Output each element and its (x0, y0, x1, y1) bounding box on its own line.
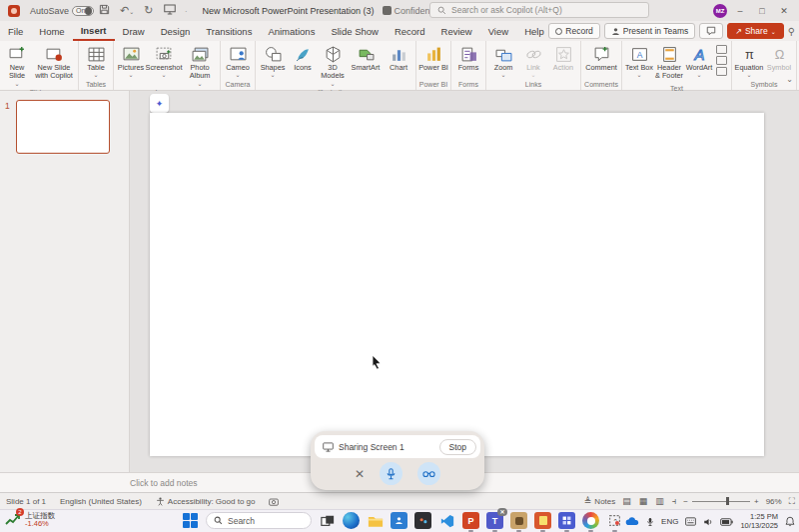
forms-button[interactable]: Forms (453, 43, 483, 72)
new-slide-button[interactable]: New Slide⌄ (2, 43, 32, 88)
fit-slide-icon[interactable]: ⛶ (789, 496, 795, 507)
slide-sorter-icon[interactable]: ▦ (639, 496, 648, 507)
microphone-button[interactable] (380, 462, 402, 485)
comment-button[interactable]: Comment (583, 43, 619, 72)
vscode-icon[interactable] (438, 512, 455, 529)
new-slide-with-copilot-button[interactable]: New Slide with Copilot (32, 43, 76, 81)
language-indicator[interactable]: ENG (661, 517, 678, 526)
header-footer-button[interactable]: Header & Footer (654, 43, 684, 81)
chart-button[interactable]: Chart (384, 43, 413, 72)
accessibility-status[interactable]: Accessibility: Good to go (156, 497, 256, 506)
tab-review[interactable]: Review (433, 23, 480, 40)
tab-transitions[interactable]: Transitions (198, 23, 260, 40)
tab-help[interactable]: Help (516, 23, 552, 40)
record-button[interactable]: Record (548, 23, 599, 39)
zoom-level[interactable]: 96% (766, 497, 782, 506)
more-commands-icon[interactable]: ∙ (186, 7, 188, 14)
pin-ribbon-icon[interactable]: ⚲ (788, 26, 795, 37)
pictures-button[interactable]: Pictures⌄ (116, 43, 146, 79)
tab-animations[interactable]: Animations (260, 23, 323, 40)
reading-view-icon[interactable]: ▥ (655, 496, 664, 507)
share-button[interactable]: ↗Share⌄ (727, 23, 783, 39)
shapes-button[interactable]: Shapes⌄ (258, 43, 288, 79)
icons-button[interactable]: Icons (288, 43, 318, 72)
autosave-toggle[interactable]: AutoSave On (30, 6, 94, 16)
save-icon[interactable] (99, 4, 110, 17)
redo-icon[interactable]: ↻ (144, 4, 153, 17)
3d-models-button[interactable]: 3D Models⌄ (318, 43, 348, 88)
teams-icon[interactable]: T✕ (486, 512, 503, 529)
text-box-button[interactable]: A Text Box⌄ (624, 43, 654, 79)
restore-button[interactable]: □ (753, 3, 771, 19)
hidden-icons-chevron[interactable]: ⌃ (612, 518, 618, 526)
tab-home[interactable]: Home (31, 23, 72, 40)
undo-icon[interactable]: ↶⌄ (120, 4, 134, 17)
smartart-button[interactable]: SmartArt (348, 43, 384, 72)
violet-app-icon[interactable] (558, 512, 575, 529)
present-in-teams-button[interactable]: Present in Teams (604, 23, 696, 39)
speaker-icon[interactable] (703, 517, 713, 527)
date-time-icon[interactable] (716, 45, 727, 54)
screenshot-button[interactable]: Screenshot⌄ (146, 43, 182, 79)
autosave-toggle-switch[interactable]: On (72, 6, 94, 16)
file-explorer-icon[interactable] (367, 512, 384, 529)
tab-draw[interactable]: Draw (115, 23, 153, 40)
tab-file[interactable]: File (0, 23, 31, 40)
copilot-search-box[interactable]: Search or ask Copilot (Alt+Q) (429, 2, 649, 18)
power-bi-button[interactable]: Power BI (418, 43, 448, 72)
object-icon[interactable] (716, 67, 727, 76)
slide-thumbnail-panel[interactable]: 1 (0, 91, 130, 472)
photos-icon[interactable] (414, 512, 431, 529)
close-icon[interactable]: ✕ (355, 467, 365, 481)
taskbar-search[interactable]: Search (206, 512, 312, 529)
share-screen-icon[interactable] (164, 4, 176, 17)
slide-thumbnail-1[interactable] (16, 100, 110, 154)
microsoft-365-icon[interactable] (582, 512, 599, 529)
tab-record[interactable]: Record (387, 23, 433, 40)
notes-toggle[interactable]: ≜Notes (584, 496, 615, 506)
tan-app-icon[interactable] (510, 512, 527, 529)
edge-icon[interactable] (343, 512, 360, 529)
cameo-button[interactable]: Cameo⌄ (223, 43, 253, 79)
collapse-ribbon-icon[interactable]: ⌄ (786, 75, 793, 84)
zoom-out-icon[interactable]: − (683, 497, 688, 506)
copilot-canvas-button[interactable]: ✦ (150, 94, 169, 113)
tab-view[interactable]: View (480, 23, 516, 40)
tab-insert[interactable]: Insert (73, 22, 115, 41)
tab-slide-show[interactable]: Slide Show (323, 23, 387, 40)
orange-app-icon[interactable] (534, 512, 551, 529)
glasses-button[interactable] (417, 462, 440, 485)
zoom-button[interactable]: Zoom⌄ (488, 43, 518, 79)
language-status[interactable]: English (United States) (60, 497, 142, 506)
wordart-button[interactable]: A WordArt⌄ (684, 43, 714, 79)
stop-sharing-button[interactable]: Stop (439, 439, 477, 455)
bell-icon[interactable] (785, 516, 795, 527)
start-button[interactable] (183, 513, 199, 529)
slideshow-icon[interactable]: ⫞ (672, 496, 677, 507)
widgets-button[interactable]: 2 上证指数 -1.46% (5, 512, 55, 528)
clock[interactable]: 1:25 PM 10/13/2025 (740, 513, 778, 530)
tray-microphone-icon[interactable] (646, 517, 654, 527)
close-button[interactable]: ✕ (775, 3, 793, 19)
onedrive-cloud-icon[interactable] (625, 517, 639, 526)
table-button[interactable]: Table⌄ (81, 43, 111, 79)
touch-keyboard-icon[interactable] (685, 517, 696, 526)
photo-album-button[interactable]: Photo Album⌄ (182, 43, 218, 88)
comments-button[interactable] (699, 23, 723, 39)
powerpoint-logo-icon[interactable] (8, 5, 20, 17)
slide-number-icon[interactable] (716, 56, 727, 65)
camera-status-icon[interactable] (269, 497, 279, 506)
zoom-slider-thumb[interactable] (726, 497, 729, 505)
task-view-button[interactable] (319, 512, 336, 529)
equation-button[interactable]: π Equation⌄ (734, 43, 764, 79)
powerpoint-taskbar-icon[interactable]: P (462, 512, 479, 529)
user-avatar[interactable]: MZ (713, 4, 727, 18)
blue-app-icon[interactable] (391, 512, 407, 529)
zoom-slider[interactable]: − + (683, 497, 758, 506)
minimize-button[interactable]: – (731, 3, 749, 19)
battery-icon[interactable] (720, 518, 733, 526)
zoom-in-icon[interactable]: + (754, 497, 759, 506)
slide-canvas[interactable] (150, 113, 764, 456)
normal-view-icon[interactable]: ▤ (622, 496, 631, 507)
tab-design[interactable]: Design (153, 23, 199, 40)
